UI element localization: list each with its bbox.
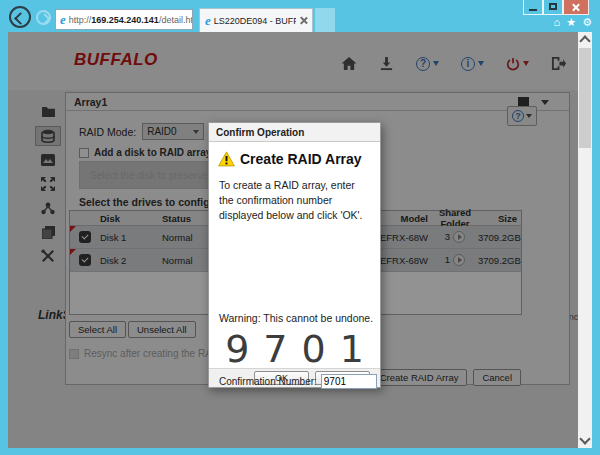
home-chrome-icon[interactable]: ⌂ bbox=[554, 16, 561, 28]
url-prefix: http:// bbox=[69, 15, 92, 25]
window-border bbox=[0, 32, 8, 455]
address-bar[interactable]: e http://169.254.240.141/detail.htn bbox=[55, 9, 193, 30]
dialog-warning-text: Warning: This cannot be undone. bbox=[219, 312, 373, 324]
tab-favicon: e bbox=[205, 13, 211, 29]
browser-window: e http://169.254.240.141/detail.htn e LS… bbox=[0, 0, 600, 455]
window-border bbox=[0, 448, 600, 455]
browser-chrome: e http://169.254.240.141/detail.htn e LS… bbox=[0, 0, 600, 32]
window-border bbox=[592, 32, 600, 455]
scroll-up-icon[interactable] bbox=[579, 35, 590, 46]
back-icon[interactable] bbox=[9, 6, 31, 28]
tab-close-icon[interactable] bbox=[299, 16, 308, 25]
confirmation-code: 9701 bbox=[209, 327, 380, 371]
maximize-button[interactable] bbox=[543, 0, 563, 15]
scrollbar-thumb[interactable] bbox=[579, 48, 591, 148]
dialog-title: Confirm Operation bbox=[209, 123, 380, 142]
favorites-star-icon[interactable]: ★ bbox=[566, 16, 576, 28]
minimize-icon bbox=[529, 9, 537, 11]
dialog-body-text: To create a RAID array, enter the confir… bbox=[219, 178, 371, 224]
maximize-icon bbox=[549, 3, 557, 10]
vertical-scrollbar[interactable] bbox=[578, 32, 592, 448]
confirm-operation-dialog: Confirm Operation Create RAID Array To c… bbox=[208, 122, 381, 388]
confirmation-input[interactable] bbox=[321, 374, 377, 389]
tab-title: LS220DE094 - BUFFALO Lin... bbox=[214, 16, 296, 26]
url-host: 169.254.240.141 bbox=[91, 15, 159, 25]
scroll-down-icon[interactable] bbox=[579, 433, 590, 444]
forward-icon[interactable] bbox=[36, 10, 51, 25]
ie-icon: e bbox=[60, 12, 66, 28]
confirmation-input-label: Confirmation Number: bbox=[219, 376, 317, 387]
dialog-heading: Create RAID Array bbox=[240, 151, 362, 167]
minimize-button[interactable] bbox=[523, 0, 543, 15]
browser-tab[interactable]: e LS220DE094 - BUFFALO Lin... bbox=[199, 8, 313, 32]
url-path: /detail.htn bbox=[159, 15, 193, 25]
warning-icon bbox=[218, 151, 235, 167]
close-button[interactable] bbox=[563, 0, 589, 15]
settings-gear-icon[interactable]: ⚙ bbox=[582, 16, 592, 28]
new-tab-button[interactable] bbox=[315, 8, 335, 32]
